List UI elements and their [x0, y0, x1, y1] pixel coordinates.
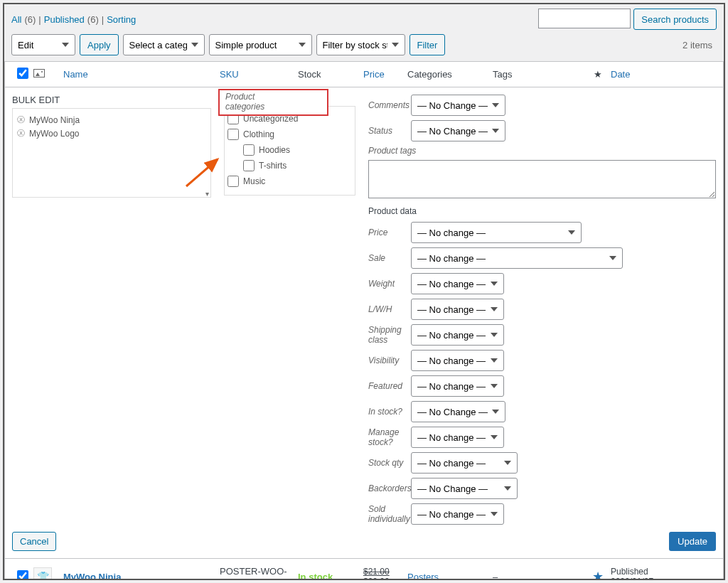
- col-price[interactable]: Price: [363, 69, 407, 80]
- shipping-class-select[interactable]: — No change —: [411, 324, 504, 346]
- visibility-select[interactable]: — No change —: [411, 350, 504, 371]
- backorders-select[interactable]: — No Change —: [411, 478, 518, 499]
- price-select[interactable]: — No change —: [411, 222, 582, 243]
- count-all: (6): [24, 14, 36, 25]
- featured-select[interactable]: — No change —: [411, 375, 504, 397]
- stock-status-filter[interactable]: Filter by stock status: [316, 34, 405, 55]
- product-name-link[interactable]: MyWoo Ninja: [63, 572, 121, 581]
- filter-links: All(6) | Published(6) | Sorting: [11, 14, 136, 25]
- cat-tshirts[interactable]: [243, 160, 255, 171]
- lwh-select[interactable]: — No change —: [411, 299, 504, 320]
- status-label: Status: [368, 126, 411, 136]
- search-input[interactable]: [538, 9, 631, 28]
- categories-checklist[interactable]: Uncategorized Clothing Hoodies T-shirts …: [224, 106, 355, 196]
- search-button[interactable]: Search products: [633, 9, 717, 30]
- tags-cell: –: [493, 572, 585, 581]
- image-icon: [33, 69, 45, 77]
- select-all-checkbox[interactable]: [17, 68, 28, 79]
- table-row: 👕 MyWoo Ninja POSTER-WOO-NINJA In stock …: [4, 559, 724, 580]
- product-categories-label: Product categories: [218, 89, 328, 116]
- category-filter[interactable]: Select a category: [123, 34, 205, 55]
- product-thumbnail[interactable]: 👕: [33, 567, 52, 580]
- remove-item-icon[interactable]: ⓧ: [17, 128, 25, 139]
- col-name[interactable]: Name: [56, 69, 220, 80]
- remove-item-icon[interactable]: ⓧ: [17, 114, 25, 125]
- stock-qty-select[interactable]: — No change —: [411, 452, 518, 474]
- table-header: Name SKU Stock Price Categories Tags ★ D…: [4, 61, 724, 87]
- col-stock: Stock: [298, 69, 363, 80]
- category-link[interactable]: Posters: [407, 572, 439, 581]
- cat-clothing[interactable]: [228, 129, 239, 140]
- row-checkbox[interactable]: [17, 570, 28, 581]
- link-sorting[interactable]: Sorting: [107, 14, 136, 25]
- date-cell: Published2020/01/27: [611, 567, 675, 580]
- cat-music[interactable]: [228, 176, 239, 187]
- link-all[interactable]: All: [11, 14, 21, 25]
- manage-stock-select[interactable]: — No change —: [411, 427, 504, 448]
- stock-cell: In stock: [298, 572, 363, 581]
- price-cell: $21.00$20.00: [363, 567, 407, 580]
- weight-select[interactable]: — No change —: [411, 273, 504, 294]
- comments-label: Comments: [368, 100, 411, 110]
- sku-cell: POSTER-WOO-NINJA: [220, 566, 298, 580]
- product-tags-textarea[interactable]: [368, 160, 716, 198]
- product-type-filter[interactable]: Simple product: [209, 34, 312, 55]
- col-date[interactable]: Date: [611, 69, 675, 80]
- product-data-label: Product data: [368, 206, 716, 216]
- bulk-action-select[interactable]: Edit: [11, 34, 75, 55]
- filter-button[interactable]: Filter: [410, 34, 446, 55]
- apply-button[interactable]: Apply: [80, 34, 119, 55]
- col-tags: Tags: [493, 69, 585, 80]
- featured-star-icon[interactable]: ★: [592, 569, 604, 580]
- cancel-button[interactable]: Cancel: [12, 532, 56, 551]
- sold-individually-select[interactable]: — No change —: [411, 503, 504, 525]
- col-sku[interactable]: SKU: [220, 69, 298, 80]
- status-select[interactable]: — No Change —: [411, 120, 505, 141]
- bulk-edit-panel: BULK EDIT ⓧMyWoo Ninja ⓧMyWoo Logo ▾ Pro…: [4, 87, 724, 559]
- link-published[interactable]: Published: [44, 14, 85, 25]
- comments-select[interactable]: — No Change —: [411, 95, 505, 116]
- featured-icon: ★: [594, 69, 602, 80]
- sale-select[interactable]: — No change —: [411, 247, 623, 269]
- resize-handle-icon[interactable]: ▾: [205, 190, 209, 198]
- bulk-edit-title: BULK EDIT: [12, 95, 211, 105]
- cat-hoodies[interactable]: [243, 144, 255, 156]
- tags-label: Product tags: [368, 146, 425, 156]
- bulk-items-list: ⓧMyWoo Ninja ⓧMyWoo Logo ▾: [12, 108, 211, 198]
- col-categories: Categories: [407, 69, 493, 80]
- in-stock-select[interactable]: — No Change —: [411, 401, 505, 422]
- items-count-top: 2 items: [682, 40, 717, 50]
- update-button[interactable]: Update: [669, 532, 716, 551]
- count-published: (6): [87, 14, 99, 25]
